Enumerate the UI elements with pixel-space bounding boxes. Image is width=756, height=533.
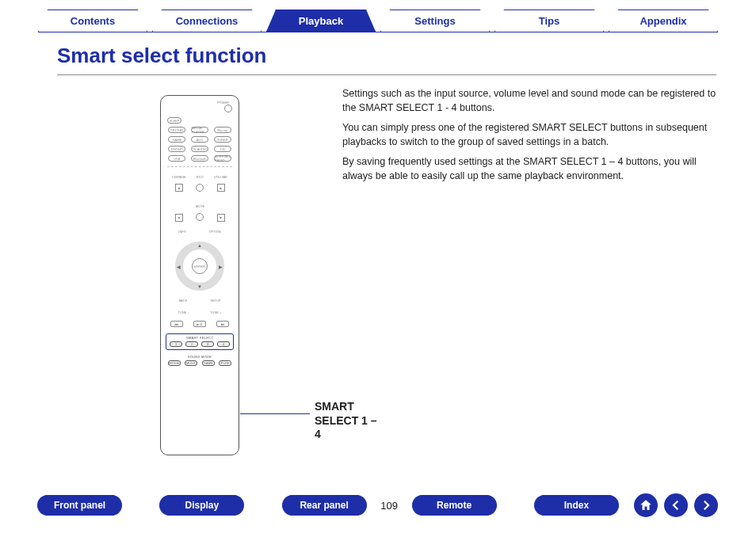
src-phono: PHONO [168, 146, 185, 152]
sleep-button: SLEEP [167, 117, 181, 124]
mute-button [196, 213, 204, 221]
remote-column: POWER SLEEP CBL/SATMEDIA PLAYERBlu-ray G… [57, 87, 319, 470]
index-button[interactable]: Index [535, 495, 618, 516]
display-button[interactable]: Display [160, 495, 243, 516]
dpad-down-icon: ▼ [197, 284, 202, 289]
top-rule [38, 32, 718, 32]
power-button-icon [224, 105, 232, 112]
sound-movie: MOVIE [168, 360, 181, 366]
next-track-icon: ⏭ [216, 321, 229, 327]
paragraph-1: Settings such as the input source, volum… [342, 87, 716, 115]
bottom-nav: Front panel Display Rear panel 109 Remot… [38, 493, 718, 517]
enter-button: ENTER [192, 258, 208, 274]
callout-label: SMART SELECT 1 – 4 [315, 400, 378, 442]
smart-select-4: 4 [217, 341, 230, 347]
src-game: GAME [168, 136, 185, 143]
src-media: MEDIA PLAYER [191, 127, 208, 133]
src-iradio: INTERNET RADIO [214, 155, 231, 162]
info-label: INFO [178, 230, 186, 234]
callout-line [240, 413, 310, 414]
remote-button[interactable]: Remote [413, 495, 496, 516]
src-cd: CD [214, 146, 231, 152]
sound-game: GAME [202, 360, 215, 366]
front-panel-button[interactable]: Front panel [38, 495, 121, 516]
src-usb: USB [168, 155, 185, 162]
option-label: OPTION [208, 230, 220, 234]
smart-select-2: 2 [185, 341, 198, 347]
tab-appendix[interactable]: Appendix [609, 10, 718, 32]
rear-panel-button[interactable]: Rear panel [283, 495, 366, 516]
smart-select-1: 1 [170, 341, 182, 347]
top-tabs: Contents Connections Playback Settings T… [0, 0, 756, 32]
volume-up-icon: ▲ [217, 184, 225, 192]
sound-mode-group: SOUND MODE MOVIE MUSIC GAME PURE [166, 355, 234, 366]
tune-minus-label: TUNE - [178, 310, 189, 314]
dpad-left-icon: ◀ [177, 264, 181, 269]
back-label: BACK [178, 299, 187, 303]
src-bluetooth: Bluetooth [191, 155, 208, 162]
chpage-label: CH/PAGE [172, 175, 186, 179]
arrow-right-icon[interactable] [694, 493, 718, 517]
tab-connections[interactable]: Connections [152, 10, 262, 32]
arrow-left-icon[interactable] [664, 493, 688, 517]
volume-label: VOLUME [214, 175, 227, 179]
src-tvaudio: TV AUDIO [191, 146, 208, 152]
prev-track-icon: ⏮ [170, 321, 183, 327]
remote-diagram: POWER SLEEP CBL/SATMEDIA PLAYERBlu-ray G… [160, 95, 239, 455]
eco-button [196, 184, 204, 192]
src-aux: AUX [191, 136, 208, 143]
sound-pure: PURE [219, 360, 231, 366]
tab-playback[interactable]: Playback [266, 10, 376, 32]
chpage-up-icon: ▲ [175, 184, 183, 192]
volume-down-icon: ▼ [217, 214, 225, 222]
content-area: POWER SLEEP CBL/SATMEDIA PLAYERBlu-ray G… [57, 87, 716, 470]
play-pause-icon: ▶/⏸ [193, 321, 206, 327]
dpad-right-icon: ▶ [219, 264, 223, 269]
tab-settings[interactable]: Settings [380, 10, 490, 32]
sound-mode-label: SOUND MODE [166, 355, 234, 359]
src-cblsat: CBL/SAT [168, 127, 185, 133]
body-text: Settings such as the input source, volum… [342, 87, 716, 470]
page-title: Smart select function [57, 44, 266, 68]
src-bluray: Blu-ray [214, 127, 231, 133]
setup-label: SETUP [210, 299, 220, 303]
sound-music: MUSIC [185, 360, 197, 366]
tab-tips[interactable]: Tips [494, 10, 604, 32]
paragraph-3: By saving frequently used settings at th… [342, 155, 716, 183]
smart-select-highlight: SMART SELECT 1 2 3 4 [166, 333, 234, 350]
mute-label: MUTE [196, 204, 204, 208]
page-number: 109 [374, 500, 405, 512]
smart-select-label: SMART SELECT [168, 336, 231, 340]
dpad-up-icon: ▲ [197, 243, 202, 248]
heading-rule [57, 74, 716, 75]
paragraph-2: You can simply press one of the register… [342, 121, 716, 149]
home-icon[interactable] [634, 493, 658, 517]
tune-plus-label: TUNE + [210, 310, 221, 314]
chpage-down-icon: ▼ [175, 214, 183, 222]
smart-select-3: 3 [201, 341, 214, 347]
eco-label: ECO [197, 175, 204, 179]
src-tuner: TUNER [214, 136, 231, 143]
tab-contents[interactable]: Contents [38, 10, 147, 32]
dpad: ENTER ▲ ▼ ◀ ▶ [175, 242, 224, 291]
